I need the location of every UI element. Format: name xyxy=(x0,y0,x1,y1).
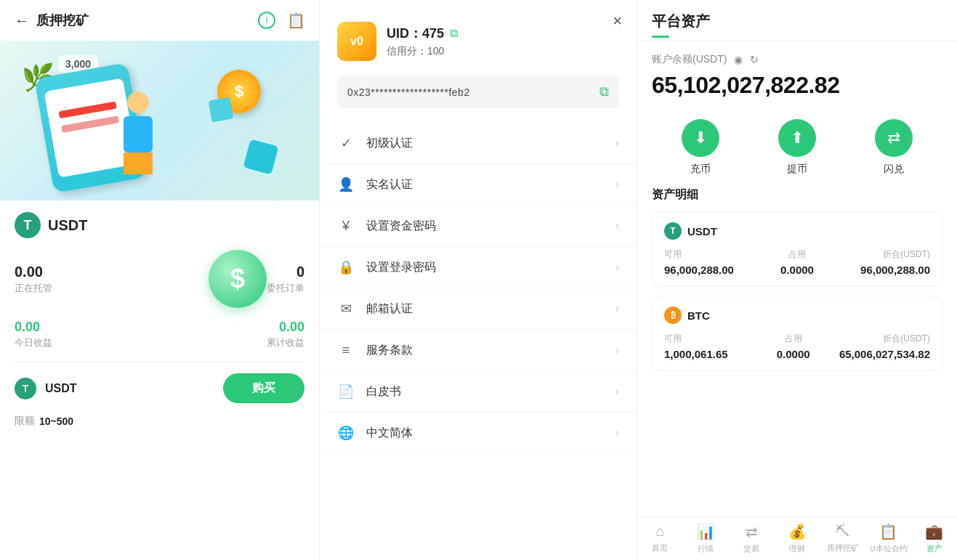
close-button[interactable]: × xyxy=(613,12,622,31)
right-header: 平台资产 xyxy=(637,0,957,41)
menu-item-label: 初级认证 xyxy=(366,136,604,151)
menu-item-icon: 🔒 xyxy=(337,259,355,276)
menu-item-arrow: › xyxy=(615,219,619,232)
limit-label: 限额 xyxy=(15,415,35,428)
asset-currency-name: BTC xyxy=(687,309,710,322)
menu-item[interactable]: 🌐 中文简体 › xyxy=(320,413,637,454)
action-buttons: ⬇ 充币 ⬆ 提币 ⇄ 闪兑 xyxy=(637,110,957,187)
currency-row: T USDT xyxy=(0,200,319,244)
menu-item[interactable]: ≡ 服务条款 › xyxy=(320,330,637,371)
nav-icon: 💰 xyxy=(788,523,807,540)
menu-item-arrow: › xyxy=(615,385,619,398)
balance-label-row: 账户余额(USDT) ◉ ↻ xyxy=(652,53,942,66)
action-button-充币[interactable]: ⬇ 充币 xyxy=(682,119,719,176)
nav-label: 首页 xyxy=(652,543,668,553)
header-icons: i 📋 xyxy=(258,12,304,29)
asset-available-label: 可用 xyxy=(664,248,750,261)
nav-icon: ⇄ xyxy=(746,523,758,540)
nav-item-首页[interactable]: ⌂ 首页 xyxy=(637,523,683,554)
menu-item-label: 邮箱认证 xyxy=(366,301,604,317)
asset-converted-col: 折合(USDT) 65,006,027,534.82 xyxy=(839,333,930,360)
asset-converted-label: 折合(USDT) xyxy=(844,248,930,261)
assets-detail: 资产明细 T USDT 可用 96,000,288.00 占用 0.0000 折… xyxy=(637,187,957,516)
menu-item[interactable]: 🔒 设置登录密码 › xyxy=(320,247,637,288)
asset-converted-col: 折合(USDT) 96,000,288.00 xyxy=(844,248,930,276)
nav-icon: 📋 xyxy=(879,523,897,540)
action-button-提币[interactable]: ⬆ 提币 xyxy=(778,119,816,176)
back-button[interactable]: ← xyxy=(15,12,29,29)
asset-occupied-value: 0.0000 xyxy=(751,348,834,360)
today-label: 今日收益 xyxy=(15,336,267,349)
action-circle: ⬇ xyxy=(682,119,719,157)
action-button-闪兑[interactable]: ⇄ 闪兑 xyxy=(875,119,913,176)
menu-item-arrow: › xyxy=(615,302,619,315)
buy-currency-name: USDT xyxy=(45,382,214,395)
uid-row: UID：475 ⧉ xyxy=(387,25,458,42)
refresh-icon[interactable]: ↻ xyxy=(750,54,759,65)
action-circle: ⬆ xyxy=(778,119,816,157)
menu-item[interactable]: 📄 白皮书 › xyxy=(320,371,637,413)
menu-item-arrow: › xyxy=(615,137,619,150)
assets-title: 资产明细 xyxy=(652,187,942,203)
order-value: 0 xyxy=(267,264,304,280)
asset-cols: 可用 1,000,061.65 占用 0.0000 折合(USDT) 65,00… xyxy=(664,333,930,360)
nav-icon: ⌂ xyxy=(655,523,664,540)
doc-icon[interactable]: 📋 xyxy=(287,12,304,29)
nav-item-质押挖矿[interactable]: ⛏ 质押挖矿 xyxy=(820,523,865,554)
uid-copy-icon[interactable]: ⧉ xyxy=(450,27,458,40)
menu-item-icon: 👤 xyxy=(337,176,355,193)
menu-item-icon: 🌐 xyxy=(337,424,355,442)
menu-item-icon: 📄 xyxy=(337,383,355,400)
menu-item-label: 设置登录密码 xyxy=(366,260,604,275)
menu-item-label: 设置资金密码 xyxy=(366,219,604,234)
menu-item-label: 白皮书 xyxy=(366,384,604,399)
asset-cols: 可用 96,000,288.00 占用 0.0000 折合(USDT) 96,0… xyxy=(664,248,930,276)
asset-available-value: 96,000,288.00 xyxy=(664,264,750,276)
menu-item-arrow: › xyxy=(615,344,619,357)
nav-label: U本位合约 xyxy=(870,543,908,554)
nav-label: 交易 xyxy=(743,543,759,554)
asset-occupied-value: 0.0000 xyxy=(754,264,840,276)
menu-item-arrow: › xyxy=(615,426,619,439)
today-earnings: 0.00 今日收益 xyxy=(15,320,267,349)
credit-text: 信用分：100 xyxy=(387,45,458,58)
nav-item-资产[interactable]: 💼 资产 xyxy=(911,523,957,554)
banner-area: 🌿 3,000 $ xyxy=(0,41,319,200)
menu-item[interactable]: ✓ 初级认证 › xyxy=(320,123,637,164)
address-text: 0x23******************feb2 xyxy=(347,86,470,98)
stat-managed: 0.00 正在托管 xyxy=(15,264,209,295)
uid-text: UID：475 xyxy=(387,25,444,42)
asset-occupied-label: 占用 xyxy=(751,333,834,345)
currency-icon: T xyxy=(15,212,41,238)
nav-item-U本位合约[interactable]: 📋 U本位合约 xyxy=(865,523,911,554)
menu-item[interactable]: 👤 实名认证 › xyxy=(320,164,637,206)
asset-converted-label: 折合(USDT) xyxy=(839,333,930,345)
stat-orders: 0 委托订单 xyxy=(267,264,304,295)
total-value: 0.00 xyxy=(267,320,304,335)
figure xyxy=(109,92,167,179)
buy-button[interactable]: 购买 xyxy=(223,373,304,403)
menu-item[interactable]: ✉ 邮箱认证 › xyxy=(320,288,637,330)
left-header: ← 质押挖矿 i 📋 xyxy=(0,0,319,41)
menu-list: ✓ 初级认证 › 👤 实名认证 › ¥ 设置资金密码 › 🔒 设置登录密码 › … xyxy=(320,123,637,560)
nav-item-行情[interactable]: 📊 行情 xyxy=(683,523,729,554)
nav-icon: 📊 xyxy=(697,523,715,540)
address-bar: 0x23******************feb2 ⧉ xyxy=(337,76,619,108)
nav-item-理财[interactable]: 💰 理财 xyxy=(775,523,820,554)
menu-item-icon: ✓ xyxy=(337,134,355,152)
box-decoration-1 xyxy=(243,139,279,175)
asset-card: ₿ BTC 可用 1,000,061.65 占用 0.0000 折合(USDT)… xyxy=(652,296,942,371)
nav-label: 理财 xyxy=(789,543,805,554)
nav-label: 质押挖矿 xyxy=(827,543,859,553)
eye-icon[interactable]: ◉ xyxy=(734,54,743,65)
asset-currency-name: USDT xyxy=(687,225,717,238)
address-copy-icon[interactable]: ⧉ xyxy=(599,84,609,100)
asset-available-label: 可用 xyxy=(664,333,747,345)
info-icon[interactable]: i xyxy=(258,12,275,29)
nav-item-交易[interactable]: ⇄ 交易 xyxy=(729,523,775,554)
v0-badge xyxy=(337,22,376,61)
banner-illustration: 🌿 3,000 $ xyxy=(0,41,319,200)
asset-icon: T xyxy=(664,222,682,240)
menu-item[interactable]: ¥ 设置资金密码 › xyxy=(320,206,637,247)
buy-row: T USDT 购买 xyxy=(0,362,319,415)
